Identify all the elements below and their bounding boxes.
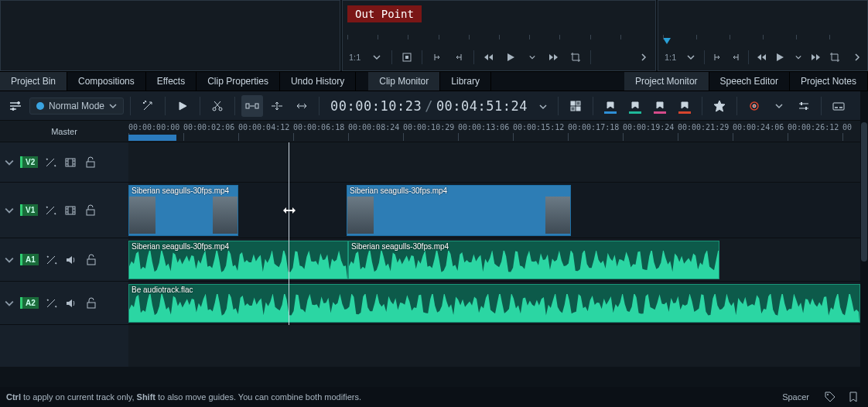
tab-undo-history[interactable]: Undo History bbox=[280, 72, 356, 91]
crop-icon[interactable] bbox=[567, 49, 584, 66]
track-label[interactable]: V1 bbox=[20, 204, 38, 216]
track-label[interactable]: V2 bbox=[20, 156, 38, 168]
svg-rect-16 bbox=[87, 162, 94, 167]
fast-forward-icon[interactable] bbox=[545, 49, 562, 66]
clip[interactable]: Siberian seagulls-30fps.mp4 bbox=[128, 185, 238, 236]
overwrite-icon[interactable] bbox=[291, 95, 313, 117]
fx-icon[interactable] bbox=[43, 296, 59, 311]
vertical-scrollbar[interactable] bbox=[860, 91, 868, 387]
timeline-toolbar: Normal Mode 00:00:10:23/00:04:51:24 bbox=[0, 91, 868, 121]
film-icon[interactable] bbox=[63, 203, 78, 218]
marker-teal-icon[interactable] bbox=[624, 95, 646, 117]
clip[interactable]: Be audiotrack.flac bbox=[128, 284, 860, 323]
play-icon[interactable] bbox=[502, 49, 519, 66]
ruler-tick: 00:00:24:06 bbox=[733, 123, 784, 132]
project-monitor-ruler[interactable] bbox=[663, 30, 863, 44]
svg-rect-9 bbox=[576, 101, 580, 105]
sliders-icon[interactable] bbox=[793, 95, 815, 117]
proj-zoom-label[interactable]: 1:1 bbox=[661, 53, 679, 62]
lock-icon[interactable] bbox=[83, 155, 98, 170]
chevron-down-icon[interactable] bbox=[5, 206, 15, 215]
chevron-down-icon[interactable] bbox=[5, 299, 15, 308]
settings-icon[interactable] bbox=[5, 95, 26, 117]
track-label[interactable]: A1 bbox=[20, 254, 39, 265]
marker-red-icon[interactable] bbox=[674, 95, 695, 117]
tab-strip: Project BinCompositionsEffectsClip Prope… bbox=[0, 71, 868, 91]
spacer-tool-label[interactable]: Spacer bbox=[776, 390, 815, 404]
timecode-display[interactable]: 00:00:10:23/00:04:51:24 bbox=[326, 98, 552, 114]
svg-point-3 bbox=[12, 108, 15, 110]
track-head-a2: A2 bbox=[0, 282, 128, 325]
grid-icon[interactable] bbox=[565, 95, 586, 117]
magic-wand-icon[interactable] bbox=[137, 95, 159, 117]
clip[interactable]: Siberian seagulls-30fps.mp4 bbox=[347, 185, 571, 236]
subtitle-icon[interactable] bbox=[828, 95, 849, 117]
marker-pink-icon[interactable] bbox=[649, 95, 671, 117]
tracks-content[interactable]: Siberian seagulls-30fps.mp4Siberian seag… bbox=[128, 142, 868, 367]
tab-project-monitor[interactable]: Project Monitor bbox=[624, 72, 709, 91]
set-in-icon[interactable] bbox=[429, 49, 446, 66]
bookmark-icon[interactable] bbox=[845, 388, 862, 405]
play-icon[interactable] bbox=[172, 95, 193, 117]
track-lane-v2[interactable] bbox=[128, 142, 868, 183]
tab-library[interactable]: Library bbox=[440, 72, 491, 91]
chevron-down-icon[interactable] bbox=[5, 158, 15, 167]
svg-point-13 bbox=[753, 104, 756, 108]
tab-project-bin[interactable]: Project Bin bbox=[0, 72, 67, 91]
fast-forward-icon[interactable] bbox=[810, 49, 823, 66]
ruler-tick: 00:00:10:29 bbox=[403, 123, 454, 132]
rewind-icon[interactable] bbox=[480, 49, 497, 66]
master-label[interactable]: Master bbox=[0, 121, 128, 142]
waveform bbox=[349, 251, 719, 279]
in-point-icon[interactable] bbox=[398, 49, 415, 66]
set-in-icon[interactable] bbox=[711, 49, 724, 66]
set-out-icon[interactable] bbox=[450, 49, 467, 66]
fx-icon[interactable] bbox=[43, 252, 59, 268]
mode-label: Normal Mode bbox=[49, 101, 104, 111]
favorite-icon[interactable] bbox=[709, 95, 730, 117]
chevron-down-icon[interactable] bbox=[768, 95, 790, 117]
lock-icon[interactable] bbox=[83, 203, 98, 218]
tag-icon[interactable] bbox=[822, 388, 839, 405]
marker-blue-icon[interactable] bbox=[600, 95, 621, 117]
rewind-icon[interactable] bbox=[755, 49, 768, 66]
timeline-zone[interactable] bbox=[128, 135, 176, 141]
edit-mode-select[interactable]: Normal Mode bbox=[29, 97, 124, 115]
track-label[interactable]: A2 bbox=[20, 297, 39, 309]
cut-icon[interactable] bbox=[207, 95, 228, 117]
insert-icon[interactable] bbox=[266, 95, 288, 117]
tab-clip-properties[interactable]: Clip Properties bbox=[196, 72, 280, 91]
chevron-right-icon[interactable] bbox=[851, 49, 864, 66]
chevron-down-icon[interactable] bbox=[368, 49, 385, 66]
timeline-ruler[interactable]: 00:00:00:0000:00:02:0600:00:04:1200:00:0… bbox=[128, 121, 868, 142]
chevron-right-icon[interactable] bbox=[635, 49, 652, 66]
speaker-icon[interactable] bbox=[63, 296, 79, 311]
clip-monitor-ruler[interactable] bbox=[347, 30, 651, 44]
clip[interactable]: Siberian seagulls-30fps.mp4 bbox=[128, 241, 348, 279]
tab-speech-editor[interactable]: Speech Editor bbox=[709, 72, 790, 91]
chevron-down-icon[interactable] bbox=[524, 49, 541, 66]
clip[interactable]: Siberian seagulls-30fps.mp4 bbox=[348, 241, 719, 279]
film-icon[interactable] bbox=[63, 155, 78, 170]
tab-project-notes[interactable]: Project Notes bbox=[790, 72, 868, 91]
chevron-down-icon[interactable] bbox=[5, 255, 15, 265]
fx-icon[interactable] bbox=[43, 203, 58, 218]
play-icon[interactable] bbox=[774, 49, 787, 66]
status-bar: Ctrl to apply on current track only, Shi… bbox=[0, 387, 868, 407]
spacer-tool-icon[interactable] bbox=[241, 95, 263, 117]
record-icon[interactable] bbox=[743, 95, 765, 117]
speaker-icon[interactable] bbox=[63, 252, 79, 268]
lock-icon[interactable] bbox=[84, 296, 99, 311]
waveform bbox=[129, 294, 859, 322]
crop-icon[interactable] bbox=[828, 49, 841, 66]
clip-zoom-label[interactable]: 1:1 bbox=[346, 53, 364, 62]
tab-compositions[interactable]: Compositions bbox=[67, 72, 146, 91]
fx-icon[interactable] bbox=[43, 155, 58, 170]
lock-icon[interactable] bbox=[84, 252, 99, 268]
tab-effects[interactable]: Effects bbox=[146, 72, 196, 91]
tab-clip-monitor[interactable]: Clip Monitor bbox=[368, 72, 440, 91]
chevron-down-icon[interactable] bbox=[684, 49, 697, 66]
ruler-tick: 00:00:00:00 bbox=[128, 123, 179, 132]
set-out-icon[interactable] bbox=[729, 49, 742, 66]
chevron-down-icon[interactable] bbox=[791, 49, 805, 66]
